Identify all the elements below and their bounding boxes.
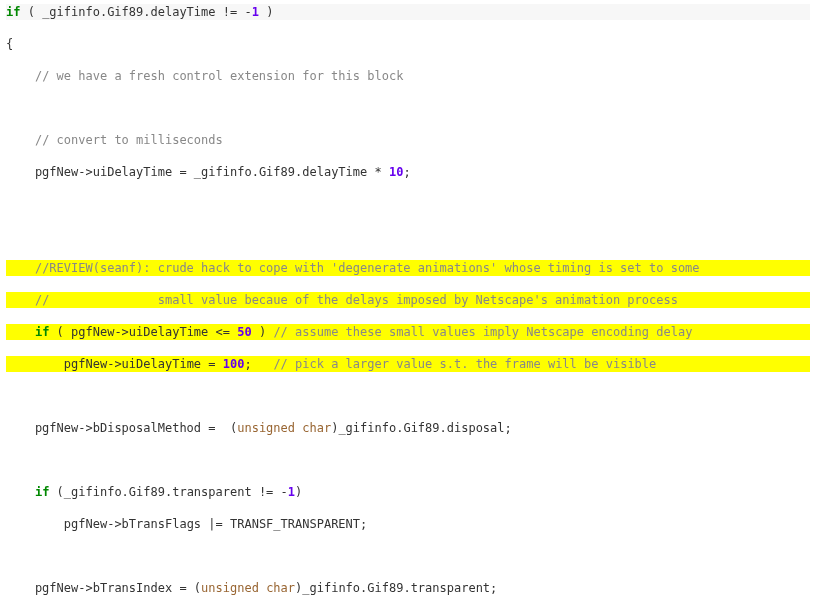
code-line: [6, 100, 810, 116]
code-line: pgfNew->bTransIndex = (unsigned char)_gi…: [6, 580, 810, 596]
code-line: if ( _gifinfo.Gif89.delayTime != -1 ): [6, 4, 810, 20]
code-line: if (_gifinfo.Gif89.transparent != -1): [6, 484, 810, 500]
code-line: // we have a fresh control extension for…: [6, 68, 810, 84]
code-line: // convert to milliseconds: [6, 132, 810, 148]
code-line: {: [6, 36, 810, 52]
code-line: //REVIEW(seanf): crude hack to cope with…: [6, 260, 810, 276]
code-line: pgfNew->bTransFlags |= TRANSF_TRANSPAREN…: [6, 516, 810, 532]
code-line: [6, 548, 810, 564]
code-line: pgfNew->uiDelayTime = 100; // pick a lar…: [6, 356, 810, 372]
code-block: if ( _gifinfo.Gif89.delayTime != -1 ) { …: [0, 0, 816, 600]
code-line: [6, 452, 810, 468]
code-line: [6, 388, 810, 404]
code-line: pgfNew->bDisposalMethod = (unsigned char…: [6, 420, 810, 436]
code-line: [6, 228, 810, 244]
code-line: pgfNew->uiDelayTime = _gifinfo.Gif89.del…: [6, 164, 810, 180]
code-line: // small value becaue of the delays impo…: [6, 292, 810, 308]
code-line: if ( pgfNew->uiDelayTime <= 50 ) // assu…: [6, 324, 810, 340]
code-line: [6, 196, 810, 212]
